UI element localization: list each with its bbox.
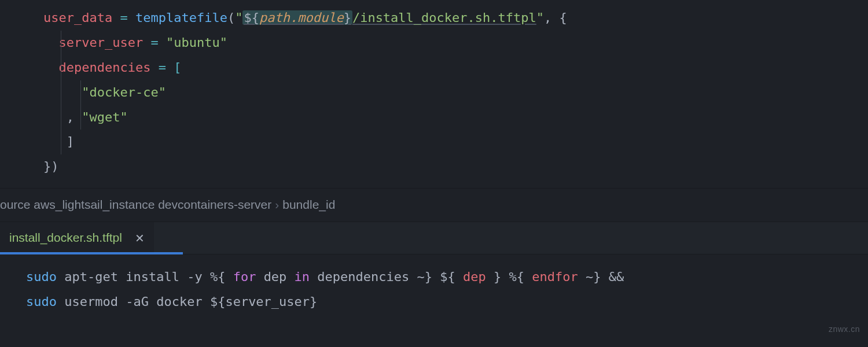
- watermark: znwx.cn: [829, 322, 860, 337]
- code-line[interactable]: sudo usermod -aG docker ${server_user}: [26, 290, 868, 315]
- code-line[interactable]: }): [0, 154, 868, 179]
- code-line[interactable]: user_data = templatefile("${path.module}…: [0, 6, 868, 31]
- code-line[interactable]: sudo apt-get install -y %{ for dep in de…: [26, 265, 868, 290]
- code-line[interactable]: "docker-ce": [0, 80, 868, 105]
- breadcrumb-segment[interactable]: ource aws_lightsail_instance devcontaine…: [0, 198, 271, 211]
- tab-label: install_docker.sh.tftpl: [9, 226, 122, 250]
- token-key: user_data: [43, 10, 112, 25]
- tab-install-docker[interactable]: install_docker.sh.tftpl ✕: [0, 222, 154, 254]
- breadcrumb[interactable]: ource aws_lightsail_instance devcontaine…: [0, 188, 868, 222]
- top-editor-pane[interactable]: user_data = templatefile("${path.module}…: [0, 0, 868, 188]
- code-line[interactable]: ]: [0, 130, 868, 154]
- breadcrumb-segment[interactable]: bundle_id: [282, 198, 335, 211]
- code-line[interactable]: , "wget": [0, 105, 868, 130]
- bottom-editor-pane[interactable]: sudo apt-get install -y %{ for dep in de…: [0, 254, 868, 315]
- code-line[interactable]: server_user = "ubuntu": [0, 31, 868, 56]
- tab-bar: install_docker.sh.tftpl ✕: [0, 222, 868, 254]
- active-tab-indicator: [0, 252, 183, 254]
- code-line[interactable]: dependencies = [: [0, 56, 868, 80]
- close-icon[interactable]: ✕: [135, 232, 145, 244]
- chevron-right-icon: ›: [271, 198, 282, 211]
